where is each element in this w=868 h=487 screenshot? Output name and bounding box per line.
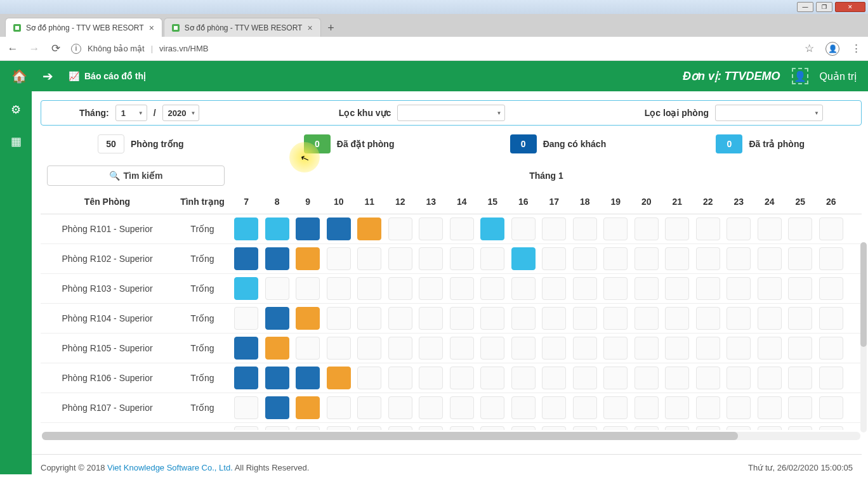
admin-label[interactable]: Quản trị: [820, 70, 857, 82]
window-close-button[interactable]: ✕: [835, 2, 865, 12]
day-cell[interactable]: [385, 214, 416, 244]
area-select[interactable]: [397, 105, 505, 121]
day-cell[interactable]: [539, 304, 570, 334]
reload-icon[interactable]: ⟳: [49, 42, 62, 55]
day-cell[interactable]: [477, 244, 508, 274]
day-cell[interactable]: [324, 274, 355, 304]
day-cell[interactable]: [508, 244, 539, 274]
day-cell[interactable]: [354, 363, 385, 393]
day-cell[interactable]: [631, 363, 662, 393]
roomtype-select[interactable]: [715, 105, 823, 121]
day-cell[interactable]: [570, 393, 601, 423]
vertical-scrollbar[interactable]: [860, 242, 867, 432]
day-cell[interactable]: [693, 334, 724, 363]
day-cell[interactable]: [231, 304, 262, 334]
day-cell[interactable]: [723, 244, 754, 274]
day-cell[interactable]: [754, 363, 786, 393]
tab-close-icon[interactable]: ×: [149, 23, 154, 33]
day-cell[interactable]: [293, 244, 324, 274]
day-cell[interactable]: [231, 244, 262, 274]
day-cell[interactable]: [354, 274, 385, 304]
day-cell[interactable]: [293, 393, 324, 423]
day-cell[interactable]: [785, 423, 816, 431]
day-cell[interactable]: [754, 334, 786, 363]
day-cell[interactable]: [416, 334, 447, 363]
day-cell[interactable]: [354, 214, 385, 244]
day-cell[interactable]: [723, 363, 754, 393]
day-cell[interactable]: [723, 423, 754, 431]
day-cell[interactable]: [262, 334, 293, 363]
tab-close-icon[interactable]: ×: [307, 23, 312, 33]
day-cell[interactable]: [785, 334, 816, 363]
day-cell[interactable]: [262, 304, 293, 334]
day-cell[interactable]: [385, 393, 416, 423]
day-cell[interactable]: [723, 334, 754, 363]
day-cell[interactable]: [631, 274, 662, 304]
day-cell[interactable]: [447, 423, 478, 431]
day-cell[interactable]: [231, 393, 262, 423]
day-cell[interactable]: [354, 304, 385, 334]
day-cell[interactable]: [293, 363, 324, 393]
profile-icon[interactable]: 👤: [825, 42, 839, 56]
day-cell[interactable]: [600, 334, 631, 363]
day-cell[interactable]: [354, 393, 385, 423]
day-cell[interactable]: [570, 214, 601, 244]
search-input[interactable]: 🔍 Tìm kiếm: [47, 166, 225, 186]
day-cell[interactable]: [231, 214, 262, 244]
day-cell[interactable]: [477, 214, 508, 244]
day-cell[interactable]: [631, 304, 662, 334]
browser-tab[interactable]: Sơ đồ phòng - TTV WEB RESORT ×: [164, 18, 321, 37]
day-cell[interactable]: [354, 423, 385, 431]
day-cell[interactable]: [231, 334, 262, 363]
report-chart-link[interactable]: 📈 Báo cáo đồ thị: [69, 71, 146, 81]
day-cell[interactable]: [416, 304, 447, 334]
window-minimize-button[interactable]: —: [797, 2, 813, 12]
day-cell[interactable]: [816, 274, 847, 304]
day-cell[interactable]: [447, 334, 478, 363]
day-cell[interactable]: [262, 363, 293, 393]
day-cell[interactable]: [324, 423, 355, 431]
day-cell[interactable]: [693, 304, 724, 334]
day-cell[interactable]: [231, 423, 262, 431]
day-cell[interactable]: [693, 423, 724, 431]
day-cell[interactable]: [477, 423, 508, 431]
day-cell[interactable]: [477, 334, 508, 363]
day-cell[interactable]: [754, 393, 786, 423]
day-cell[interactable]: [416, 363, 447, 393]
year-select[interactable]: 2020: [162, 105, 200, 121]
day-cell[interactable]: [416, 214, 447, 244]
sidebar-calendar-icon[interactable]: ▦: [11, 134, 22, 148]
day-cell[interactable]: [785, 214, 816, 244]
day-cell[interactable]: [631, 214, 662, 244]
day-cell[interactable]: [600, 274, 631, 304]
day-cell[interactable]: [631, 334, 662, 363]
day-cell[interactable]: [447, 393, 478, 423]
day-cell[interactable]: [262, 244, 293, 274]
day-cell[interactable]: [262, 393, 293, 423]
day-cell[interactable]: [816, 214, 847, 244]
day-cell[interactable]: [723, 393, 754, 423]
day-cell[interactable]: [293, 214, 324, 244]
day-cell[interactable]: [385, 274, 416, 304]
day-cell[interactable]: [354, 334, 385, 363]
day-cell[interactable]: [785, 393, 816, 423]
day-cell[interactable]: [508, 334, 539, 363]
day-cell[interactable]: [600, 393, 631, 423]
horizontal-scrollbar[interactable]: [42, 432, 860, 440]
browser-tab-active[interactable]: Sơ đồ phòng - TTV WEB RESORT ×: [5, 18, 162, 37]
day-cell[interactable]: [508, 304, 539, 334]
day-cell[interactable]: [539, 244, 570, 274]
day-cell[interactable]: [324, 334, 355, 363]
day-cell[interactable]: [693, 393, 724, 423]
day-cell[interactable]: [785, 274, 816, 304]
day-cell[interactable]: [816, 363, 847, 393]
day-cell[interactable]: [570, 363, 601, 393]
day-cell[interactable]: [600, 244, 631, 274]
day-cell[interactable]: [293, 334, 324, 363]
user-avatar-icon[interactable]: 👤: [792, 68, 808, 84]
day-cell[interactable]: [477, 274, 508, 304]
day-cell[interactable]: [447, 244, 478, 274]
day-cell[interactable]: [539, 334, 570, 363]
day-cell[interactable]: [231, 274, 262, 304]
day-cell[interactable]: [600, 423, 631, 431]
